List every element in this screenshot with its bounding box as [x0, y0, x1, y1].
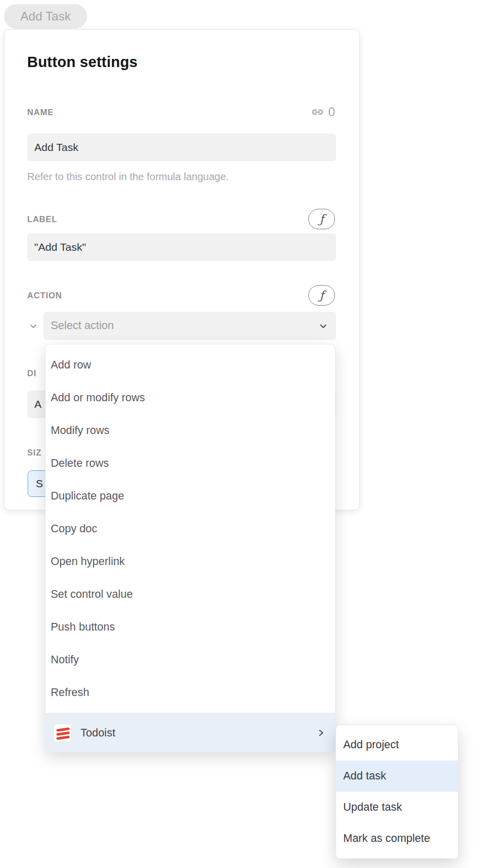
- action-label: ACTION: [27, 291, 62, 300]
- menu-item-refresh[interactable]: Refresh: [46, 676, 335, 709]
- name-input[interactable]: Add Task: [27, 134, 336, 161]
- name-label: NAME: [27, 107, 54, 117]
- link-icon: [310, 105, 325, 119]
- todoist-icon: [53, 724, 72, 742]
- menu-item-add-row[interactable]: Add row: [46, 349, 335, 381]
- chevron-right-icon: [317, 728, 326, 737]
- add-task-button[interactable]: Add Task: [4, 4, 87, 29]
- menu-item-add-or-modify-rows[interactable]: Add or modify rows: [46, 381, 335, 414]
- label-label: LABEL: [27, 214, 57, 224]
- formula-icon[interactable]: ƒ: [308, 209, 335, 229]
- name-section-header: NAME 0: [27, 104, 335, 120]
- todoist-submenu: Add project Add task Update task Mark as…: [336, 725, 458, 859]
- canvas: Add Task Button settings NAME 0 Add Task…: [0, 0, 502, 868]
- todoist-label: Todoist: [80, 727, 317, 740]
- action-select-placeholder: Select action: [51, 319, 319, 332]
- submenu-item-mark-as-complete[interactable]: Mark as complete: [336, 823, 458, 854]
- label-section-header: LABEL ƒ: [27, 208, 335, 230]
- formula-icon[interactable]: ƒ: [308, 285, 335, 306]
- menu-item-todoist[interactable]: Todoist: [46, 713, 335, 752]
- collapse-chevron-icon[interactable]: [29, 321, 38, 331]
- menu-item-push-buttons[interactable]: Push buttons: [46, 611, 335, 643]
- menu-item-open-hyperlink[interactable]: Open hyperlink: [46, 545, 335, 578]
- menu-item-delete-rows[interactable]: Delete rows: [46, 447, 335, 480]
- submenu-item-add-task[interactable]: Add task: [336, 761, 458, 792]
- menu-item-modify-rows[interactable]: Modify rows: [46, 414, 335, 447]
- reference-count: 0: [328, 105, 335, 119]
- panel-title: Button settings: [27, 54, 138, 71]
- action-select[interactable]: Select action: [44, 312, 336, 340]
- display-label-partial: DI: [27, 368, 36, 378]
- label-input[interactable]: "Add Task": [27, 233, 336, 261]
- action-dropdown-menu: Add row Add or modify rows Modify rows D…: [45, 344, 336, 752]
- menu-item-set-control-value[interactable]: Set control value: [46, 578, 335, 611]
- submenu-item-update-task[interactable]: Update task: [336, 792, 458, 823]
- menu-item-copy-doc[interactable]: Copy doc: [46, 512, 335, 545]
- size-label-partial: SIZ: [27, 448, 41, 458]
- submenu-item-add-project[interactable]: Add project: [336, 729, 458, 761]
- reference-count-badge: 0: [310, 105, 335, 119]
- chevron-down-icon: [319, 321, 328, 331]
- menu-item-notify[interactable]: Notify: [46, 643, 335, 676]
- menu-item-duplicate-page[interactable]: Duplicate page: [46, 480, 335, 512]
- action-section-header: ACTION ƒ: [27, 284, 335, 307]
- name-helper-text: Refer to this control in the formula lan…: [27, 171, 229, 183]
